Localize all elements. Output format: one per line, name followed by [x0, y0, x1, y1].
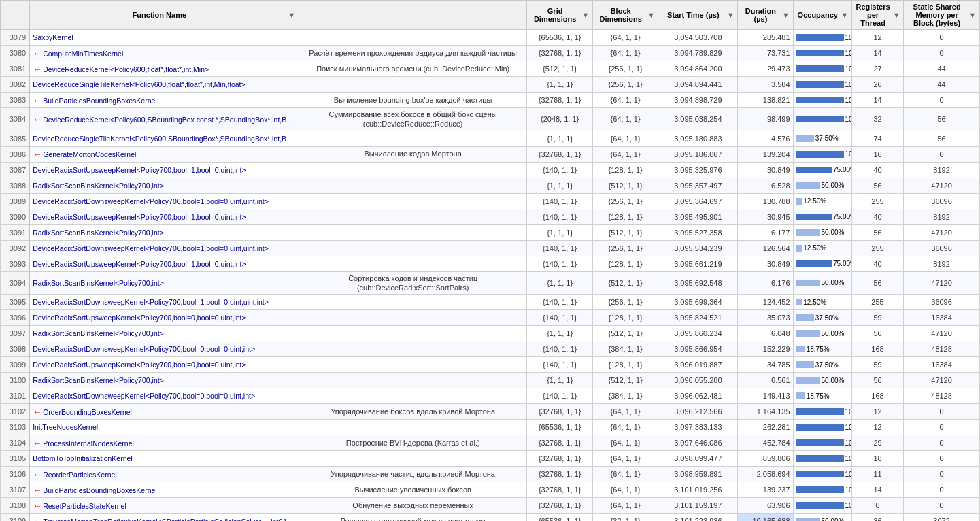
- static-shared-memory: 44: [904, 61, 980, 77]
- occupancy: 100.00%: [793, 93, 851, 108]
- table-row: 3095DeviceRadixSortDownsweepKernel<Polic…: [1, 295, 980, 310]
- kernel-name: ←ProcessInternalNodesKernel: [29, 435, 299, 451]
- kernel-annotation: [299, 341, 527, 357]
- red-arrow-icon: ←: [33, 501, 41, 511]
- row-num: 3107: [1, 482, 30, 498]
- function-name-filter-icon[interactable]: ▼: [288, 11, 296, 19]
- occupancy: 100.00%: [793, 435, 851, 451]
- kernel-annotation: Упорядочивание частиц вдоль кривой Морто…: [299, 467, 527, 482]
- duration: 859.806: [738, 451, 793, 467]
- occupancy: 75.00%: [793, 162, 851, 178]
- occupancy: 37.50%: [793, 310, 851, 326]
- occupancy: 50.00%: [793, 514, 851, 521]
- registers-per-thread: 74: [851, 131, 903, 146]
- start-time: 3,095,860.234: [658, 326, 738, 341]
- start-time: 3,095,038.254: [658, 108, 738, 131]
- block-dimensions: {32, 1, 1}: [592, 514, 658, 521]
- col-header-num: [1, 1, 30, 30]
- kernel-name: DeviceRadixSortUpsweepKernel<Policy700,b…: [29, 162, 299, 178]
- table-row: 3084←DeviceReduceKernel<Policy600,SBound…: [1, 108, 980, 131]
- duration: 35.073: [738, 310, 793, 326]
- occupancy: 18.75%: [793, 388, 851, 404]
- duration: 1,164.135: [738, 404, 793, 420]
- grid-dimensions: {32768, 1, 1}: [527, 451, 593, 467]
- duration: 30.849: [738, 256, 793, 271]
- kernel-name: DeviceRadixSortDownsweepKernel<Policy700…: [29, 388, 299, 404]
- start-filter-icon[interactable]: ▼: [726, 11, 734, 19]
- table-row: 3098DeviceRadixSortDownsweepKernel<Polic…: [1, 341, 980, 357]
- duration: 3.584: [738, 77, 793, 93]
- occupancy-filter-icon[interactable]: ▼: [841, 11, 849, 19]
- row-num: 3094: [1, 271, 30, 295]
- kernel-annotation: [299, 178, 527, 193]
- block-dimensions: {64, 1, 1}: [592, 404, 658, 420]
- grid-dimensions: {32768, 1, 1}: [527, 435, 593, 451]
- registers-filter-icon[interactable]: ▼: [892, 11, 900, 19]
- grid-filter-icon[interactable]: ▼: [581, 11, 590, 19]
- row-num: 3106: [1, 467, 30, 482]
- kernel-name: ←DeviceReduceKernel<Policy600,SBoundingB…: [29, 108, 299, 131]
- row-num: 3097: [1, 326, 30, 341]
- table-row: 3093DeviceRadixSortUpsweepKernel<Policy7…: [1, 256, 980, 271]
- duration-filter-icon[interactable]: ▼: [782, 11, 790, 19]
- registers-per-thread: 255: [851, 193, 903, 209]
- kernel-name: DeviceRadixSortUpsweepKernel<Policy700,b…: [29, 256, 299, 271]
- grid-dimensions: {32768, 1, 1}: [527, 498, 593, 514]
- row-num: 3109: [1, 514, 30, 521]
- block-dimensions: {64, 1, 1}: [592, 482, 658, 498]
- kernel-annotation: Вычисление bounding box'ов каждой частиц…: [299, 93, 527, 108]
- duration: 98.499: [738, 108, 793, 131]
- static-shared-memory: 56: [904, 131, 980, 146]
- registers-per-thread: 8: [851, 498, 903, 514]
- duration: 452.784: [738, 435, 793, 451]
- grid-dimensions: {140, 1, 1}: [527, 240, 593, 256]
- registers-per-thread: 27: [851, 61, 903, 77]
- duration: 29.473: [738, 61, 793, 77]
- kernel-annotation: [299, 420, 527, 435]
- duration: 6.561: [738, 373, 793, 388]
- block-dimensions: {64, 1, 1}: [592, 451, 658, 467]
- kernel-annotation: [299, 209, 527, 224]
- registers-per-thread: 36: [851, 514, 903, 521]
- static-shared-memory: 0: [904, 451, 980, 467]
- static-shared-memory: 0: [904, 93, 980, 108]
- kernel-name: ←OrderBoundingBoxesKernel: [29, 404, 299, 420]
- grid-dimensions: {1, 1, 1}: [527, 224, 593, 240]
- static-shared-memory: 0: [904, 482, 980, 498]
- occupancy: 75.00%: [793, 209, 851, 224]
- duration: 4.576: [738, 131, 793, 146]
- kernel-name: ←TraverseMortonTreeReflexiveKernel<SPart…: [29, 514, 299, 521]
- table-row: 3106←ReorderParticlesKernelУпорядочивани…: [1, 467, 980, 482]
- kernel-name: ←BuildParticlesBoundingBoxesKernel: [29, 482, 299, 498]
- static-shared-memory: 36096: [904, 193, 980, 209]
- row-num: 3102: [1, 404, 30, 420]
- row-num: 3079: [1, 30, 30, 46]
- occupancy: 100.00%: [793, 498, 851, 514]
- col-header-grid: Grid Dimensions ▼: [527, 1, 593, 30]
- block-filter-icon[interactable]: ▼: [647, 11, 655, 19]
- start-time: 3,095,357.497: [658, 178, 738, 193]
- grid-dimensions: {140, 1, 1}: [527, 341, 593, 357]
- row-num: 3099: [1, 357, 30, 373]
- duration: 10,165.688: [738, 514, 793, 521]
- grid-dimensions: {32768, 1, 1}: [527, 467, 593, 482]
- block-dimensions: {64, 1, 1}: [592, 498, 658, 514]
- kernel-name: ←ReorderParticlesKernel: [29, 467, 299, 482]
- occupancy: 100.00%: [793, 146, 851, 162]
- grid-dimensions: {140, 1, 1}: [527, 209, 593, 224]
- duration: 6.177: [738, 224, 793, 240]
- kernel-annotation: [299, 30, 527, 46]
- grid-dimensions: {140, 1, 1}: [527, 388, 593, 404]
- occupancy: 100.00%: [793, 482, 851, 498]
- table-row: 3089DeviceRadixSortDownsweepKernel<Polic…: [1, 193, 980, 209]
- block-dimensions: {64, 1, 1}: [592, 131, 658, 146]
- grid-dimensions: {1, 1, 1}: [527, 271, 593, 295]
- static-shared-memory: 56: [904, 108, 980, 131]
- shm-filter-icon[interactable]: ▼: [968, 11, 977, 19]
- registers-per-thread: 56: [851, 178, 903, 193]
- static-shared-memory: 36096: [904, 240, 980, 256]
- table-row: 3081←DeviceReduceKernel<Policy600,float*…: [1, 61, 980, 77]
- grid-dimensions: {32768, 1, 1}: [527, 482, 593, 498]
- block-dimensions: {256, 1, 1}: [592, 77, 658, 93]
- duration: 73.731: [738, 46, 793, 61]
